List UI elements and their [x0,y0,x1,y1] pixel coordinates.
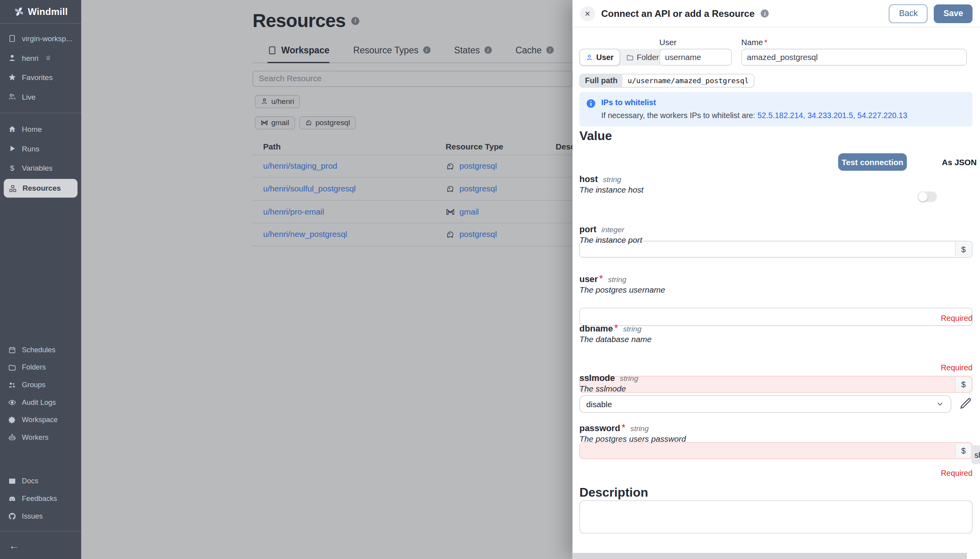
field-label-host: hoststring [579,173,621,185]
sidebar-item-user[interactable]: henri ♕ [0,48,81,67]
save-button[interactable]: Save [934,4,973,23]
sidebar-item-issues[interactable]: Issues [0,507,81,525]
gear-icon [8,415,16,424]
sidebar-footer-group: Docs Feedbacks Issues [0,467,81,530]
variable-picker-button[interactable]: $ [955,377,971,391]
field-desc-sslmode: The sslmode [579,384,626,393]
crown-icon: ♕ [45,55,51,62]
whitelist-ips[interactable]: 52.5.182.214, 34.233.201.5, 54.227.220.1… [757,111,907,120]
sidebar-item-favorites[interactable]: Favorites [0,67,81,87]
live-label: Live [22,92,36,101]
owner-username-input[interactable] [659,49,732,66]
sslmode-select[interactable]: disable [579,395,951,413]
workers-label: Workers [22,433,49,441]
folders-label: Folders [22,363,46,371]
star-icon [8,73,16,82]
field-desc-port: The instance port [579,235,642,244]
discord-icon [8,494,16,503]
as-json-toggle[interactable] [918,191,937,202]
user-input[interactable]: $ [579,376,973,393]
sidebar-item-audit-logs[interactable]: Audit Logs [0,393,81,411]
sidebar-item-workers[interactable]: Workers [0,428,81,446]
sidebar-item-runs[interactable]: Runs [0,139,81,158]
home-label: Home [22,125,42,133]
description-textarea[interactable] [579,501,973,534]
name-input-label: Name* [741,38,768,47]
user-icon [586,53,593,61]
sidebar-context-group: virgin-worksp... henri ♕ Favorites Live [0,24,81,111]
brand-logo[interactable]: Windmill [0,0,81,24]
sidebar-item-docs[interactable]: Docs [0,472,81,490]
sidebar-item-workspace-settings[interactable]: Workspace [0,411,81,429]
arrow-left-icon: ← [9,540,19,552]
dollar-icon: $ [8,164,16,172]
play-icon [8,144,16,153]
groups-label: Groups [22,381,45,388]
full-path-value: u/username/amazed_postgresql [622,75,754,87]
back-button[interactable]: Back [889,4,928,23]
field-desc-user: The postgres username [579,285,665,295]
required-asterisk: * [599,273,603,284]
sidebar-bottom-divider [0,531,81,532]
boxes-icon [9,184,17,193]
required-asterisk: * [621,422,625,433]
calendar-icon [8,346,16,354]
audit-logs-label: Audit Logs [22,399,56,406]
variable-picker-button[interactable]: $ [955,443,971,458]
sidebar-item-workspace-switcher[interactable]: virgin-worksp... [0,29,81,48]
sidebar-item-variables[interactable]: $ Variables [0,158,81,177]
show-password-button[interactable]: sh [971,445,980,464]
whitelist-text: If necessary, the workers IPs to whiteli… [601,111,965,120]
sidebar-item-resources[interactable]: Resources [4,179,78,198]
required-error: Required [941,469,973,478]
sidebar-gap [0,451,81,467]
sidebar-item-live[interactable]: Live [0,87,81,106]
book-icon [8,477,16,485]
segment-user[interactable]: User [579,49,620,66]
sidebar-item-feedbacks[interactable]: Feedbacks [0,490,81,507]
drawer-title: Connect an API or add a Resource [601,8,755,19]
full-path-label: Full path [580,75,623,87]
user-group-icon [8,381,16,389]
pencil-icon[interactable] [959,397,972,410]
segment-folder[interactable]: Folder [620,53,665,62]
test-connection-button[interactable]: Test connection [838,153,907,171]
owner-kind-segmented-control: User Folder [579,49,665,66]
sidebar: Windmill virgin-worksp... henri ♕ Favori… [0,0,81,559]
as-json-label: As JSON [942,158,977,167]
workspace-name: virgin-worksp... [22,34,73,43]
sidebar-divider [0,113,81,113]
field-desc-dbname: The database name [579,335,652,344]
required-asterisk: * [764,38,767,47]
windmill-icon [13,6,24,17]
username: henri [22,53,39,62]
variable-picker-button[interactable]: $ [955,242,971,257]
favorites-label: Favorites [22,73,53,82]
field-desc-host: The instance host [579,185,644,195]
sidebar-item-schedules[interactable]: Schedules [0,341,81,359]
segment-user-label: User [596,53,613,62]
required-asterisk: * [614,323,618,333]
info-circle-icon [586,99,596,108]
collapse-sidebar-button[interactable]: ← [0,533,81,559]
field-label-user: user*string [579,273,626,285]
resource-name-input[interactable] [741,49,967,66]
sidebar-item-home[interactable]: Home [0,120,81,139]
horizontal-scrollbar[interactable] [572,553,967,559]
dbname-input[interactable]: $ [579,442,973,459]
sidebar-item-folders[interactable]: Folders [0,359,81,376]
user-input-label: User [659,38,677,47]
sidebar-item-groups[interactable]: Groups [0,376,81,393]
required-error: Required [941,363,973,372]
info-icon: i [761,9,769,18]
field-label-password: password*string [579,422,649,433]
runs-label: Runs [22,144,40,153]
drawer-header: × Connect an API or add a Resource i Bac… [572,0,980,27]
github-icon [8,512,16,520]
close-icon[interactable]: × [580,6,595,21]
brand-name: Windmill [28,6,68,17]
sidebar-nav-group: Home Runs $ Variables Resources [0,115,81,204]
chevron-down-icon [936,400,944,408]
eye-icon [8,398,16,406]
description-section-heading: Description [579,485,648,500]
